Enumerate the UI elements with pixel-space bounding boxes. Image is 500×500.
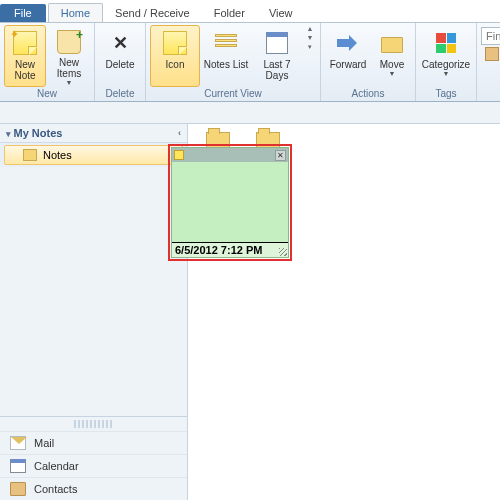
resize-grip-icon[interactable] [279, 248, 287, 256]
chevron-down-icon: ▼ [307, 34, 314, 41]
sticky-footer: 6/5/2012 7:12 PM [172, 242, 288, 257]
nav-pane: Mail Calendar Contacts [0, 416, 187, 500]
content-area: ✕ 6/5/2012 7:12 PM [188, 124, 500, 500]
main-area: ▾ My Notes ‹ Notes Mail Calendar Contact… [0, 124, 500, 500]
address-book-icon [485, 47, 499, 61]
sidebar-header-my-notes[interactable]: ▾ My Notes ‹ [0, 124, 187, 143]
chevron-down-icon: ▼ [389, 70, 396, 77]
last-7-days-button[interactable]: Last 7 Days [252, 25, 302, 87]
sticky-body[interactable] [172, 162, 288, 242]
group-actions: Forward Move ▼ Actions [321, 23, 416, 101]
note-icon: ✦ [11, 29, 39, 57]
sidebar-tree [0, 167, 187, 416]
nav-resize-handle[interactable] [74, 420, 114, 428]
chevron-down-icon: ▾ [6, 129, 14, 139]
sticky-titlebar[interactable]: ✕ [172, 148, 288, 162]
forward-button[interactable]: Forward [325, 25, 371, 87]
tab-file[interactable]: File [0, 4, 46, 22]
categorize-button[interactable]: Categorize ▼ [420, 25, 472, 87]
icon-view-button[interactable]: Icon [150, 25, 200, 87]
mail-icon [10, 436, 26, 450]
forward-arrow-icon [334, 29, 362, 57]
close-button[interactable]: ✕ [275, 150, 286, 161]
list-icon [212, 29, 240, 57]
group-current-view: Icon Notes List Last 7 Days ▲ ▼ ▾ Curren… [146, 23, 321, 101]
calendar-icon [263, 29, 291, 57]
expand-icon: ▾ [308, 43, 312, 51]
tab-folder[interactable]: Folder [202, 4, 257, 22]
delete-button[interactable]: ✕ Delete [99, 25, 141, 87]
tab-view[interactable]: View [257, 4, 305, 22]
notes-list-button[interactable]: Notes List [202, 25, 250, 87]
sticky-note-highlight: ✕ 6/5/2012 7:12 PM [168, 144, 292, 261]
folder-icon [378, 29, 406, 57]
view-gallery-scroll[interactable]: ▲ ▼ ▾ [304, 25, 316, 51]
group-find: Find a Contact ▼ Address Book Find [477, 23, 500, 101]
nav-calendar[interactable]: Calendar [0, 454, 187, 477]
tab-home[interactable]: Home [48, 3, 103, 22]
search-row [0, 102, 500, 124]
address-book-button[interactable]: Address Book [481, 46, 500, 62]
group-delete: ✕ Delete Delete [95, 23, 146, 101]
chevron-up-icon: ▲ [307, 25, 314, 32]
basket-icon: + [55, 29, 83, 55]
find-contact-input[interactable]: Find a Contact ▼ [481, 27, 500, 45]
chevron-down-icon: ▼ [443, 70, 450, 77]
tab-send-receive[interactable]: Send / Receive [103, 4, 202, 22]
note-icon [161, 29, 189, 57]
sticky-note-window[interactable]: ✕ 6/5/2012 7:12 PM [171, 147, 289, 258]
categorize-icon [432, 29, 460, 57]
delete-icon: ✕ [106, 29, 134, 57]
ribbon: ✦ New Note + New Items ▼ New ✕ Delete De… [0, 22, 500, 102]
collapse-icon[interactable]: ‹ [178, 128, 181, 138]
calendar-icon [10, 459, 26, 473]
contacts-icon [10, 482, 26, 496]
new-items-button[interactable]: + New Items ▼ [48, 25, 90, 87]
sidebar-item-notes[interactable]: Notes [4, 145, 183, 165]
group-tags: Categorize ▼ Tags [416, 23, 477, 101]
folder-icon [23, 149, 37, 161]
sidebar: ▾ My Notes ‹ Notes Mail Calendar Contact… [0, 124, 188, 500]
new-note-button[interactable]: ✦ New Note [4, 25, 46, 87]
nav-mail[interactable]: Mail [0, 431, 187, 454]
note-icon [174, 150, 184, 160]
nav-contacts[interactable]: Contacts [0, 477, 187, 500]
move-button[interactable]: Move ▼ [373, 25, 411, 87]
chevron-down-icon: ▼ [66, 79, 73, 86]
group-new: ✦ New Note + New Items ▼ New [0, 23, 95, 101]
tab-strip: File Home Send / Receive Folder View [0, 0, 500, 22]
